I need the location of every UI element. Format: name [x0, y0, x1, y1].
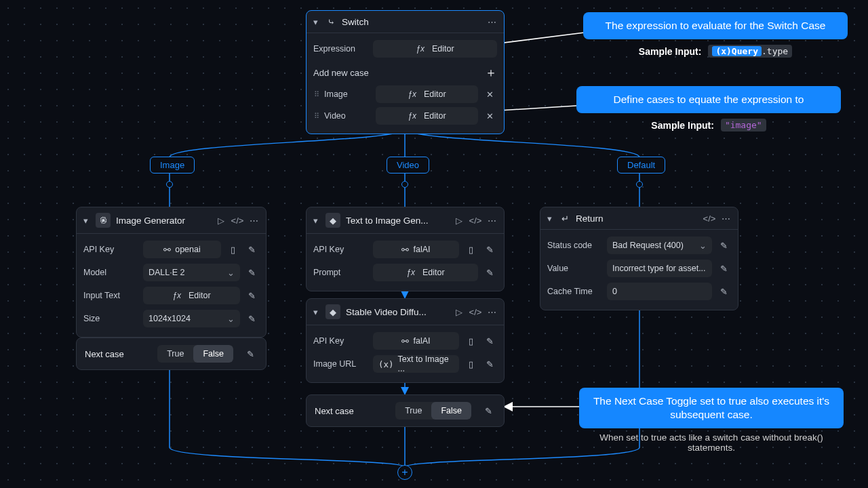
- edit-icon[interactable]: ✎: [244, 265, 259, 280]
- more-icon[interactable]: ⋯: [486, 17, 497, 27]
- node-title: Image Generator: [116, 216, 210, 226]
- next-case-video: Next case TrueFalse ✎: [306, 394, 505, 427]
- input-text-field[interactable]: Editor: [143, 287, 240, 304]
- edit-icon[interactable]: ✎: [482, 357, 497, 371]
- drag-handle-icon[interactable]: ⠿: [313, 112, 320, 121]
- copy-icon[interactable]: ▯: [225, 242, 240, 257]
- copy-icon[interactable]: ▯: [463, 357, 478, 371]
- more-icon[interactable]: ⋯: [486, 307, 497, 317]
- branch-image-label[interactable]: Image: [150, 157, 195, 174]
- add-new-case-label: Add new case: [313, 68, 369, 78]
- prompt-field[interactable]: Editor: [373, 264, 478, 281]
- field-label: API Key: [83, 245, 139, 254]
- play-icon[interactable]: ▷: [454, 216, 465, 226]
- add-case-button[interactable]: ＋: [485, 64, 497, 81]
- close-icon[interactable]: ✕: [482, 108, 497, 123]
- fal-icon: ◆: [326, 213, 340, 228]
- next-case-toggle[interactable]: TrueFalse: [395, 402, 471, 420]
- edit-icon[interactable]: ✎: [244, 242, 259, 257]
- field-label: Input Text: [83, 291, 139, 300]
- size-select[interactable]: 1024x1024: [143, 310, 240, 327]
- case-value-field[interactable]: Editor: [376, 85, 478, 103]
- node-title: Switch: [342, 17, 481, 27]
- close-icon[interactable]: ✕: [482, 87, 497, 102]
- add-node-button[interactable]: +: [397, 465, 412, 480]
- more-icon[interactable]: ⋯: [486, 216, 497, 226]
- callout-cases: Define cases to equate the expression to…: [576, 86, 841, 131]
- collapse-icon[interactable]: ▾: [313, 17, 320, 27]
- case-row: ⠿ Image Editor ✕: [313, 83, 497, 105]
- status-select[interactable]: Bad Request (400): [607, 237, 712, 254]
- more-icon[interactable]: ⋯: [248, 216, 259, 226]
- api-key-field[interactable]: ⚯openai: [143, 241, 221, 258]
- branch-default-label[interactable]: Default: [617, 157, 665, 174]
- model-select[interactable]: DALL·E 2: [143, 264, 240, 281]
- return-node[interactable]: ▾ ↵ Return </> ⋯ Status code Bad Request…: [540, 207, 738, 310]
- field-label: Status code: [547, 241, 603, 250]
- field-label: Prompt: [313, 268, 369, 277]
- openai-icon: ֎: [96, 213, 111, 228]
- edit-icon[interactable]: ✎: [482, 333, 497, 348]
- drag-handle-icon[interactable]: ⠿: [313, 90, 320, 99]
- edit-icon[interactable]: ✎: [243, 346, 258, 361]
- image-generator-node[interactable]: ▾ ֎ Image Generator ▷ </> ⋯ API Key ⚯ope…: [76, 207, 267, 338]
- node-title: Return: [576, 214, 698, 224]
- image-url-field[interactable]: (x)Text to Image ...: [373, 355, 459, 373]
- branch-video-label[interactable]: Video: [387, 157, 429, 174]
- edit-icon[interactable]: ✎: [716, 284, 731, 299]
- field-label: API Key: [313, 245, 369, 254]
- next-case-toggle[interactable]: TrueFalse: [157, 345, 233, 363]
- field-label: Value: [547, 264, 603, 273]
- play-icon[interactable]: ▷: [454, 307, 465, 317]
- api-key-field[interactable]: ⚯falAI: [373, 332, 459, 350]
- code-icon[interactable]: </>: [704, 214, 715, 224]
- edit-icon[interactable]: ✎: [244, 288, 259, 303]
- callout-nextcase: The Next Case Toggle set to true also ex…: [579, 388, 844, 453]
- field-label: Size: [83, 314, 139, 323]
- code-icon[interactable]: </>: [470, 307, 481, 317]
- text-to-image-node[interactable]: ▾ ◆ Text to Image Gen... ▷ </> ⋯ API Key…: [306, 207, 505, 291]
- sample-chip: "image": [721, 119, 766, 131]
- node-title: Stable Video Diffu...: [346, 307, 448, 317]
- next-case-image: Next case TrueFalse ✎: [76, 338, 267, 370]
- edit-icon[interactable]: ✎: [481, 403, 496, 418]
- copy-icon[interactable]: ▯: [463, 333, 478, 348]
- expression-field[interactable]: Editor: [373, 40, 497, 58]
- collapse-icon[interactable]: ▾: [547, 214, 554, 224]
- edit-icon[interactable]: ✎: [482, 265, 497, 280]
- api-key-field[interactable]: ⚯falAI: [373, 241, 459, 258]
- edit-icon[interactable]: ✎: [244, 311, 259, 326]
- field-label: Model: [83, 268, 139, 277]
- field-label: Cache Time: [547, 287, 603, 296]
- switch-node[interactable]: ▾ ⤷ Switch ⋯ Expression Editor Add new c…: [306, 10, 505, 134]
- copy-icon[interactable]: ▯: [463, 242, 478, 257]
- more-icon[interactable]: ⋯: [720, 214, 731, 224]
- node-title: Text to Image Gen...: [346, 216, 448, 226]
- edit-icon[interactable]: ✎: [716, 261, 731, 276]
- case-value-field[interactable]: Editor: [376, 107, 478, 125]
- collapse-icon[interactable]: ▾: [83, 216, 90, 226]
- collapse-icon[interactable]: ▾: [313, 307, 320, 317]
- fal-icon: ◆: [326, 304, 340, 319]
- edit-icon[interactable]: ✎: [482, 242, 497, 257]
- value-field[interactable]: Incorrect type for asset...: [607, 260, 712, 277]
- case-name: Image: [324, 89, 372, 99]
- edit-icon[interactable]: ✎: [716, 238, 731, 253]
- sample-chip: (x)Query.type: [708, 45, 792, 58]
- play-icon[interactable]: ▷: [216, 216, 226, 226]
- case-name: Video: [324, 111, 372, 121]
- stable-video-node[interactable]: ▾ ◆ Stable Video Diffu... ▷ </> ⋯ API Ke…: [306, 298, 505, 383]
- case-row: ⠿ Video Editor ✕: [313, 105, 497, 127]
- field-label: API Key: [313, 336, 369, 346]
- switch-icon: ⤷: [326, 16, 336, 27]
- next-case-label: Next case: [85, 349, 124, 359]
- collapse-icon[interactable]: ▾: [313, 216, 320, 226]
- code-icon[interactable]: </>: [470, 216, 481, 226]
- callout-expression: The expression to evaluate for the Switc…: [583, 12, 848, 58]
- field-label: Image URL: [313, 359, 369, 369]
- code-icon[interactable]: </>: [232, 216, 243, 226]
- next-case-label: Next case: [315, 406, 354, 416]
- cache-field[interactable]: 0: [607, 283, 712, 300]
- return-icon: ↵: [559, 213, 570, 224]
- expression-label: Expression: [313, 44, 369, 54]
